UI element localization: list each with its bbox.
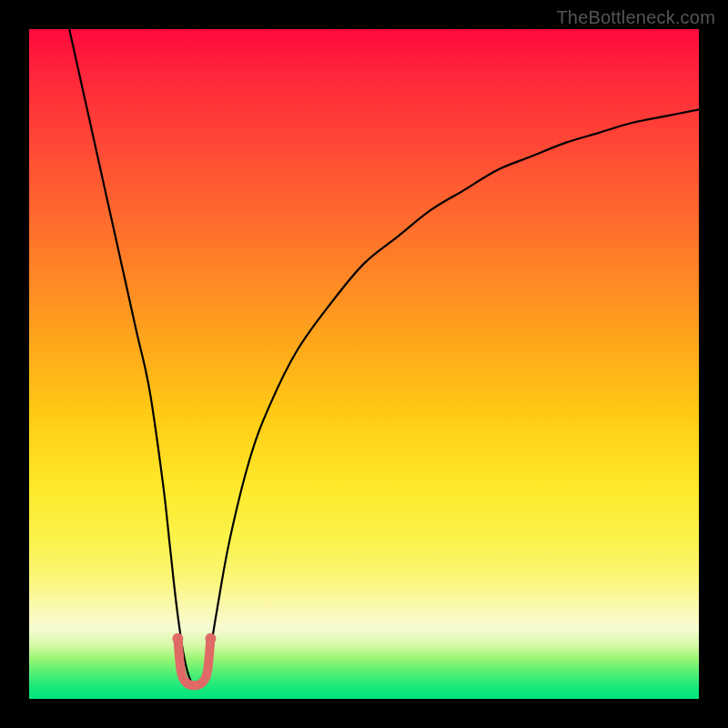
watermark-text: TheBottleneck.com <box>556 7 715 28</box>
plot-area <box>29 29 699 699</box>
curve-svg <box>29 29 699 699</box>
optimal-range-end-dot <box>205 633 216 644</box>
optimal-range-start-dot <box>172 633 183 644</box>
chart-frame: TheBottleneck.com <box>0 0 728 728</box>
bottleneck-curve <box>69 29 699 685</box>
optimal-range-marker <box>177 639 210 686</box>
